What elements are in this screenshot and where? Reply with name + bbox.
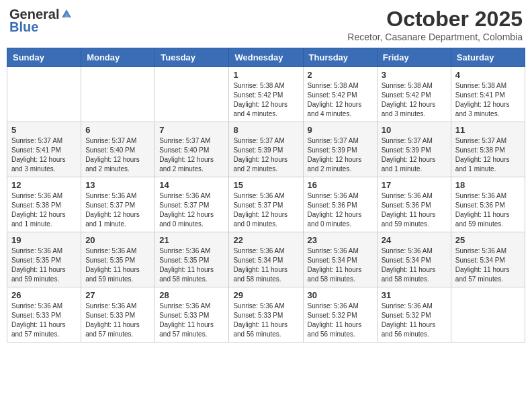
weekday-header-row: Sunday Monday Tuesday Wednesday Thursday… [7, 48, 525, 67]
calendar-cell [451, 287, 525, 342]
calendar-cell: 17Sunrise: 5:36 AM Sunset: 5:36 PM Dayli… [377, 177, 451, 232]
calendar-cell: 20Sunrise: 5:36 AM Sunset: 5:35 PM Dayli… [81, 232, 155, 287]
day-number: 5 [11, 125, 77, 135]
day-number: 13 [85, 180, 150, 190]
calendar-cell: 15Sunrise: 5:36 AM Sunset: 5:37 PM Dayli… [229, 177, 303, 232]
day-number: 20 [85, 235, 150, 245]
calendar-cell: 21Sunrise: 5:36 AM Sunset: 5:35 PM Dayli… [155, 232, 229, 287]
day-number: 26 [11, 290, 77, 300]
calendar-cell: 3Sunrise: 5:38 AM Sunset: 5:42 PM Daylig… [377, 67, 451, 122]
day-number: 27 [85, 290, 150, 300]
day-number: 18 [455, 180, 521, 190]
day-number: 8 [233, 125, 298, 135]
day-info: Sunrise: 5:37 AM Sunset: 5:40 PM Dayligh… [159, 136, 224, 174]
header-saturday: Saturday [451, 48, 525, 67]
month-title: October 2025 [347, 7, 523, 32]
day-number: 21 [159, 235, 224, 245]
header-wednesday: Wednesday [229, 48, 303, 67]
header-friday: Friday [377, 48, 451, 67]
day-info: Sunrise: 5:36 AM Sunset: 5:35 PM Dayligh… [85, 246, 150, 284]
calendar-cell [155, 67, 229, 122]
title-area: October 2025 Recetor, Casanare Departmen… [347, 7, 523, 42]
calendar-week-3: 12Sunrise: 5:36 AM Sunset: 5:38 PM Dayli… [7, 177, 525, 232]
calendar-cell [81, 67, 155, 122]
day-info: Sunrise: 5:37 AM Sunset: 5:40 PM Dayligh… [85, 136, 150, 174]
calendar-cell: 4Sunrise: 5:38 AM Sunset: 5:41 PM Daylig… [451, 67, 525, 122]
calendar-cell: 26Sunrise: 5:36 AM Sunset: 5:33 PM Dayli… [7, 287, 81, 342]
location-title: Recetor, Casanare Department, Colombia [347, 32, 523, 42]
day-info: Sunrise: 5:36 AM Sunset: 5:36 PM Dayligh… [308, 191, 373, 229]
day-number: 11 [455, 125, 521, 135]
day-info: Sunrise: 5:36 AM Sunset: 5:33 PM Dayligh… [11, 302, 77, 339]
day-info: Sunrise: 5:36 AM Sunset: 5:35 PM Dayligh… [11, 246, 77, 284]
day-info: Sunrise: 5:37 AM Sunset: 5:39 PM Dayligh… [233, 136, 298, 174]
day-info: Sunrise: 5:38 AM Sunset: 5:41 PM Dayligh… [455, 81, 521, 119]
calendar-week-5: 26Sunrise: 5:36 AM Sunset: 5:33 PM Dayli… [7, 287, 525, 342]
calendar-cell: 12Sunrise: 5:36 AM Sunset: 5:38 PM Dayli… [7, 177, 81, 232]
day-info: Sunrise: 5:36 AM Sunset: 5:33 PM Dayligh… [159, 302, 224, 339]
day-number: 14 [159, 180, 224, 190]
calendar-cell: 16Sunrise: 5:36 AM Sunset: 5:36 PM Dayli… [303, 177, 377, 232]
day-number: 25 [455, 235, 521, 245]
day-info: Sunrise: 5:36 AM Sunset: 5:32 PM Dayligh… [382, 302, 447, 339]
header-thursday: Thursday [303, 48, 377, 67]
day-info: Sunrise: 5:36 AM Sunset: 5:32 PM Dayligh… [308, 302, 373, 339]
calendar-cell: 6Sunrise: 5:37 AM Sunset: 5:40 PM Daylig… [81, 122, 155, 177]
calendar-cell: 2Sunrise: 5:38 AM Sunset: 5:42 PM Daylig… [303, 67, 377, 122]
calendar-cell [7, 67, 81, 122]
calendar-cell: 9Sunrise: 5:37 AM Sunset: 5:39 PM Daylig… [303, 122, 377, 177]
calendar-cell: 27Sunrise: 5:36 AM Sunset: 5:33 PM Dayli… [81, 287, 155, 342]
calendar-cell: 28Sunrise: 5:36 AM Sunset: 5:33 PM Dayli… [155, 287, 229, 342]
logo-icon [60, 8, 73, 20]
calendar-cell: 11Sunrise: 5:37 AM Sunset: 5:38 PM Dayli… [451, 122, 525, 177]
logo: General Blue [9, 7, 73, 35]
calendar-cell: 14Sunrise: 5:36 AM Sunset: 5:37 PM Dayli… [155, 177, 229, 232]
calendar-cell: 23Sunrise: 5:36 AM Sunset: 5:34 PM Dayli… [303, 232, 377, 287]
day-number: 28 [159, 290, 224, 300]
day-number: 12 [11, 180, 77, 190]
calendar-cell: 10Sunrise: 5:37 AM Sunset: 5:39 PM Dayli… [377, 122, 451, 177]
day-number: 2 [308, 70, 373, 80]
day-number: 23 [308, 235, 373, 245]
calendar-cell: 8Sunrise: 5:37 AM Sunset: 5:39 PM Daylig… [229, 122, 303, 177]
day-number: 30 [308, 290, 373, 300]
day-info: Sunrise: 5:37 AM Sunset: 5:38 PM Dayligh… [455, 136, 521, 174]
calendar-cell: 5Sunrise: 5:37 AM Sunset: 5:41 PM Daylig… [7, 122, 81, 177]
day-info: Sunrise: 5:36 AM Sunset: 5:33 PM Dayligh… [233, 302, 298, 339]
day-number: 17 [382, 180, 447, 190]
calendar-table: Sunday Monday Tuesday Wednesday Thursday… [7, 48, 525, 342]
day-number: 7 [159, 125, 224, 135]
calendar-cell: 24Sunrise: 5:36 AM Sunset: 5:34 PM Dayli… [377, 232, 451, 287]
day-number: 24 [382, 235, 447, 245]
day-number: 4 [455, 70, 521, 80]
calendar-cell: 30Sunrise: 5:36 AM Sunset: 5:32 PM Dayli… [303, 287, 377, 342]
logo-blue: Blue [9, 19, 38, 35]
calendar-cell: 29Sunrise: 5:36 AM Sunset: 5:33 PM Dayli… [229, 287, 303, 342]
day-number: 31 [382, 290, 447, 300]
calendar-cell: 7Sunrise: 5:37 AM Sunset: 5:40 PM Daylig… [155, 122, 229, 177]
calendar-cell: 18Sunrise: 5:36 AM Sunset: 5:36 PM Dayli… [451, 177, 525, 232]
day-info: Sunrise: 5:38 AM Sunset: 5:42 PM Dayligh… [233, 81, 298, 119]
day-info: Sunrise: 5:36 AM Sunset: 5:34 PM Dayligh… [308, 246, 373, 284]
day-number: 29 [233, 290, 298, 300]
day-info: Sunrise: 5:36 AM Sunset: 5:35 PM Dayligh… [159, 246, 224, 284]
day-info: Sunrise: 5:38 AM Sunset: 5:42 PM Dayligh… [382, 81, 447, 119]
day-info: Sunrise: 5:37 AM Sunset: 5:41 PM Dayligh… [11, 136, 77, 174]
calendar-cell: 13Sunrise: 5:36 AM Sunset: 5:37 PM Dayli… [81, 177, 155, 232]
day-info: Sunrise: 5:36 AM Sunset: 5:37 PM Dayligh… [159, 191, 224, 229]
calendar-cell: 1Sunrise: 5:38 AM Sunset: 5:42 PM Daylig… [229, 67, 303, 122]
day-info: Sunrise: 5:38 AM Sunset: 5:42 PM Dayligh… [308, 81, 373, 119]
day-number: 3 [382, 70, 447, 80]
header: General Blue October 2025 Recetor, Casan… [7, 7, 525, 42]
day-number: 22 [233, 235, 298, 245]
day-number: 16 [308, 180, 373, 190]
day-info: Sunrise: 5:37 AM Sunset: 5:39 PM Dayligh… [382, 136, 447, 174]
calendar-cell: 25Sunrise: 5:36 AM Sunset: 5:34 PM Dayli… [451, 232, 525, 287]
day-info: Sunrise: 5:36 AM Sunset: 5:36 PM Dayligh… [382, 191, 447, 229]
header-sunday: Sunday [7, 48, 81, 67]
calendar-week-1: 1Sunrise: 5:38 AM Sunset: 5:42 PM Daylig… [7, 67, 525, 122]
header-monday: Monday [81, 48, 155, 67]
day-number: 1 [233, 70, 298, 80]
day-info: Sunrise: 5:36 AM Sunset: 5:34 PM Dayligh… [455, 246, 521, 284]
day-number: 9 [308, 125, 373, 135]
